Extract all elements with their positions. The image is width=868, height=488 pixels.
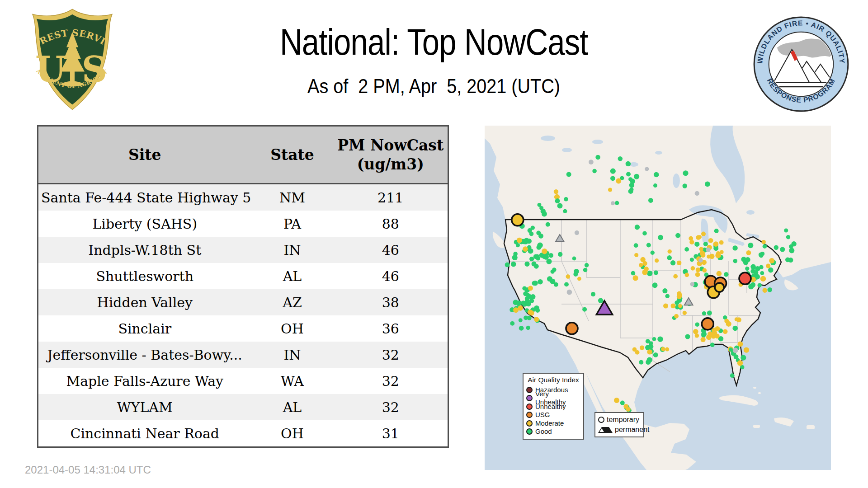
- monitor-dot-green[interactable]: [748, 243, 753, 248]
- monitor-dot-green[interactable]: [702, 311, 706, 315]
- monitor-dot-yellow[interactable]: [717, 271, 722, 277]
- monitor-dot-green[interactable]: [583, 268, 588, 272]
- monitor-dot-green[interactable]: [529, 257, 534, 261]
- monitor-dot-green[interactable]: [519, 326, 524, 331]
- monitor-dot-yellow[interactable]: [655, 258, 659, 263]
- monitor-dot-green[interactable]: [683, 183, 687, 188]
- monitor-dot-green[interactable]: [546, 222, 550, 227]
- monitor-dot-green[interactable]: [639, 360, 643, 365]
- monitor-dot-green[interactable]: [649, 341, 653, 346]
- monitor-dot-gray[interactable]: [645, 167, 649, 171]
- monitor-dot-green[interactable]: [768, 267, 774, 273]
- monitor-dot-green[interactable]: [695, 322, 700, 327]
- monitor-dot-yellow[interactable]: [701, 232, 706, 236]
- monitor-dot-yellow[interactable]: [673, 274, 678, 279]
- monitor-dot-green[interactable]: [789, 248, 794, 253]
- monitor-dot-green[interactable]: [555, 198, 560, 203]
- air-quality-map[interactable]: Air Quality Index HazardousVery Unhealth…: [485, 126, 831, 470]
- monitor-dot-yellow[interactable]: [674, 314, 679, 319]
- monitor-dot-green[interactable]: [535, 254, 540, 259]
- monitor-dot-green[interactable]: [653, 183, 657, 188]
- monitor-dot-green[interactable]: [629, 183, 634, 188]
- monitor-dot-gray[interactable]: [698, 258, 703, 263]
- monitor-dot-green[interactable]: [557, 203, 563, 208]
- monitor-dot-green[interactable]: [510, 321, 514, 326]
- monitor-dot-yellow[interactable]: [635, 350, 640, 355]
- monitor-dot-green[interactable]: [537, 245, 542, 250]
- monitor-dot-green[interactable]: [610, 176, 615, 181]
- monitor-dot-green[interactable]: [670, 260, 675, 265]
- monitor-dot-yellow[interactable]: [691, 266, 695, 271]
- monitor-dot-green[interactable]: [675, 233, 680, 238]
- monitor-dot-yellow[interactable]: [639, 263, 643, 267]
- monitor-dot-green[interactable]: [662, 288, 667, 293]
- monitor-dot-green[interactable]: [774, 245, 778, 250]
- monitor-dot-green[interactable]: [539, 206, 543, 210]
- monitor-dot-yellow[interactable]: [513, 307, 519, 313]
- top-site-marker[interactable]: [512, 214, 524, 226]
- monitor-dot-green[interactable]: [620, 401, 625, 405]
- monitor-dot-yellow[interactable]: [663, 304, 668, 309]
- monitor-dot-green[interactable]: [652, 282, 658, 288]
- monitor-dot-green[interactable]: [512, 255, 518, 260]
- monitor-dot-yellow[interactable]: [661, 347, 665, 352]
- monitor-dot-green[interactable]: [745, 267, 749, 271]
- monitor-dot-green[interactable]: [526, 293, 530, 297]
- monitor-dot-green[interactable]: [528, 228, 532, 233]
- monitor-dot-yellow[interactable]: [528, 286, 533, 291]
- monitor-dot-green[interactable]: [780, 247, 785, 252]
- monitor-dot-green[interactable]: [732, 245, 737, 250]
- monitor-dot-green[interactable]: [626, 161, 631, 167]
- monitor-dot-yellow[interactable]: [647, 349, 652, 354]
- monitor-dot-yellow[interactable]: [693, 329, 698, 334]
- monitor-dot-green[interactable]: [522, 239, 527, 244]
- monitor-dot-green[interactable]: [511, 262, 516, 267]
- monitor-dot-yellow[interactable]: [642, 270, 647, 275]
- monitor-dot-yellow[interactable]: [695, 272, 700, 277]
- monitor-dot-green[interactable]: [615, 201, 619, 205]
- monitor-dot-green[interactable]: [724, 272, 728, 277]
- monitor-dot-green[interactable]: [549, 253, 553, 258]
- monitor-dot-green[interactable]: [595, 155, 600, 160]
- monitor-dot-green[interactable]: [647, 357, 652, 362]
- monitor-dot-yellow[interactable]: [677, 261, 682, 266]
- monitor-dot-yellow[interactable]: [677, 291, 682, 296]
- monitor-dot-green[interactable]: [563, 209, 567, 213]
- monitor-dot-green[interactable]: [658, 235, 663, 240]
- monitor-dot-green[interactable]: [759, 253, 764, 258]
- monitor-dot-green[interactable]: [652, 337, 656, 341]
- monitor-dot-green[interactable]: [701, 333, 706, 338]
- monitor-dot-yellow[interactable]: [608, 188, 612, 192]
- monitor-dot-green[interactable]: [657, 336, 663, 342]
- monitor-dot-green[interactable]: [732, 326, 738, 331]
- monitor-dot-yellow[interactable]: [735, 317, 739, 321]
- monitor-dot-yellow[interactable]: [695, 333, 699, 338]
- monitor-dot-green[interactable]: [634, 174, 639, 179]
- monitor-dot-green[interactable]: [741, 257, 746, 262]
- monitor-dot-yellow[interactable]: [708, 238, 713, 243]
- monitor-dot-gray[interactable]: [706, 248, 711, 252]
- monitor-dot-green[interactable]: [535, 308, 540, 313]
- monitor-dot-yellow[interactable]: [534, 317, 539, 322]
- monitor-dot-green[interactable]: [526, 326, 530, 330]
- monitor-dot-green[interactable]: [572, 257, 576, 261]
- monitor-dot-green[interactable]: [654, 172, 659, 178]
- monitor-dot-green[interactable]: [690, 258, 694, 262]
- monitor-dot-green[interactable]: [642, 231, 647, 236]
- monitor-dot-yellow[interactable]: [626, 407, 631, 412]
- monitor-dot-yellow[interactable]: [708, 332, 713, 337]
- monitor-dot-yellow[interactable]: [640, 346, 644, 350]
- monitor-dot-green[interactable]: [763, 244, 767, 249]
- monitor-dot-green[interactable]: [654, 271, 658, 275]
- monitor-dot-green[interactable]: [526, 302, 531, 307]
- monitor-dot-green[interactable]: [629, 188, 633, 192]
- monitor-dot-green[interactable]: [694, 242, 699, 247]
- monitor-dot-green[interactable]: [730, 373, 735, 378]
- monitor-dot-green[interactable]: [524, 315, 528, 320]
- monitor-dot-yellow[interactable]: [737, 360, 743, 366]
- monitor-dot-green[interactable]: [626, 172, 631, 177]
- monitor-dot-yellow[interactable]: [566, 274, 571, 279]
- monitor-dot-green[interactable]: [684, 247, 689, 252]
- monitor-dot-yellow[interactable]: [642, 261, 647, 266]
- monitor-dot-green[interactable]: [789, 244, 793, 249]
